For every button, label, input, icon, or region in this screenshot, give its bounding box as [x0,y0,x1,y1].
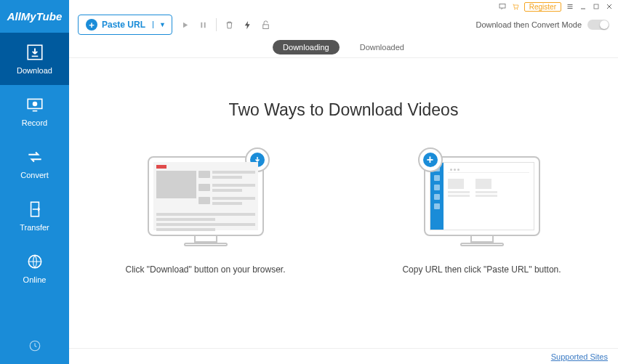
toolbar: + Paste URL ▼ Download then Convert Mode [69,13,618,36]
titlebar: Register [69,0,618,13]
pause-icon[interactable] [198,20,209,31]
sidebar-item-record[interactable]: Record [0,85,69,137]
cart-icon[interactable] [511,2,520,11]
svg-rect-8 [499,4,505,9]
globe-icon [25,252,44,271]
svg-rect-15 [594,4,598,9]
download-icon [25,43,44,62]
sidebar-item-label: Download [17,66,52,75]
sidebar-item-online[interactable]: Online [0,242,69,294]
footer: Supported Sites [69,348,618,364]
convert-icon [25,147,44,166]
menu-icon[interactable] [566,2,574,11]
sidebar-item-label: Transfer [20,223,49,232]
monitor-illustration: + [424,156,540,236]
method-caption: Copy URL then click "Paste URL" button. [402,264,561,276]
tabbar: Downloading Downloaded [69,36,618,58]
maximize-icon[interactable] [592,2,601,11]
paste-url-label: Paste URL [102,20,145,30]
register-button[interactable]: Register [524,2,561,12]
tab-downloading[interactable]: Downloading [273,40,340,54]
convert-mode-label: Download then Convert Mode [475,20,582,29]
bolt-icon[interactable] [242,20,253,31]
minimize-icon[interactable] [579,2,587,11]
plus-badge-icon: + [418,147,443,172]
page-title: Two Ways to Download Videos [229,100,459,120]
svg-point-10 [517,9,518,10]
sidebar-item-label: Convert [20,171,49,179]
monitor-illustration [148,156,264,236]
svg-point-9 [514,9,515,10]
method-paste-url: + Copy URL the [398,156,566,276]
record-icon [25,95,44,114]
sidebar-item-label: Online [23,275,47,284]
convert-mode-toggle[interactable] [587,20,609,30]
lock-open-icon[interactable] [260,20,271,31]
app-logo: AllMyTube [7,0,63,33]
svg-rect-18 [263,24,269,28]
content: Two Ways to Download Videos [69,58,618,348]
tab-downloaded[interactable]: Downloaded [350,40,414,54]
method-browser: Click "Download" button on your browser. [122,156,289,276]
schedule-icon[interactable] [28,339,41,355]
paste-url-button[interactable]: + Paste URL ▼ [78,15,172,35]
svg-rect-16 [201,22,202,28]
sidebar-item-transfer[interactable]: Transfer [0,190,69,242]
main-area: Register + Paste URL ▼ Download then Con… [69,0,618,364]
svg-point-3 [32,102,37,107]
plus-icon: + [86,19,97,31]
transfer-icon [25,200,44,219]
method-caption: Click "Download" button on your browser. [126,264,286,276]
sidebar-item-convert[interactable]: Convert [0,137,69,190]
close-icon[interactable] [605,2,614,11]
play-icon[interactable] [180,20,190,31]
feedback-icon[interactable] [498,2,507,11]
supported-sites-link[interactable]: Supported Sites [551,352,608,361]
sidebar-item-label: Record [22,118,47,127]
trash-icon[interactable] [224,20,235,31]
chevron-down-icon[interactable]: ▼ [153,21,172,28]
sidebar: AllMyTube Download Record Convert Transf… [0,0,69,364]
sidebar-item-download[interactable]: Download [0,33,69,85]
separator [216,18,217,31]
svg-rect-17 [204,22,206,28]
